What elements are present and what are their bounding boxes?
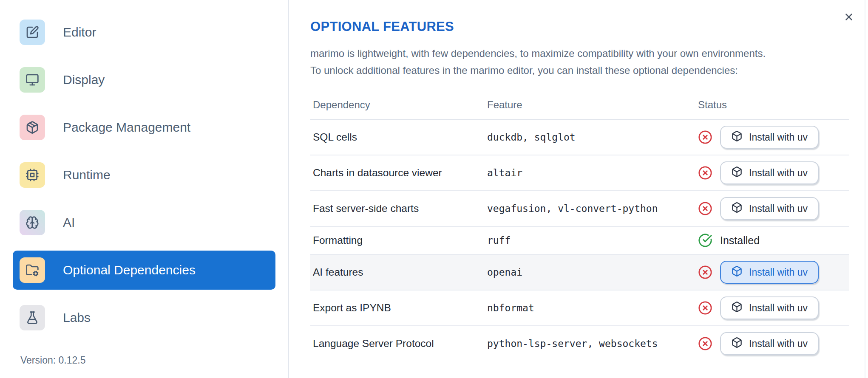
sidebar-item-optional-dependencies[interactable]: Optional Dependencies — [13, 251, 275, 290]
cpu-icon — [20, 162, 45, 188]
table-header: Dependency Feature Status — [310, 91, 849, 120]
sidebar-nav: Editor Display Package Management Runtim… — [13, 13, 275, 337]
install-with-uv-button[interactable]: Install with uv — [720, 296, 819, 319]
panel-right-edge — [865, 0, 865, 378]
table-row: Charts in datasource viewer altair Insta… — [310, 155, 849, 191]
feature-cell: duckdb, sqlglot — [487, 132, 698, 143]
sidebar-item-editor[interactable]: Editor — [13, 13, 275, 52]
feature-cell: ruff — [487, 235, 698, 246]
brain-icon — [20, 210, 45, 235]
sidebar-item-ai[interactable]: AI — [13, 203, 275, 242]
install-with-uv-button[interactable]: Install with uv — [720, 126, 819, 149]
feature-cell: nbformat — [487, 302, 698, 313]
table-row: AI features openai Install with uv — [310, 255, 849, 291]
sidebar-item-package-management[interactable]: Package Management — [13, 108, 275, 147]
square-pen-icon — [20, 20, 45, 45]
dependency-cell: Charts in datasource viewer — [313, 167, 487, 179]
install-with-uv-button[interactable]: Install with uv — [720, 261, 819, 284]
version-label: Version: 0.12.5 — [20, 355, 85, 366]
circle-x-icon — [698, 130, 712, 144]
dependency-cell: Export as IPYNB — [313, 302, 487, 314]
table-row: Export as IPYNB nbformat Install with uv — [310, 291, 849, 326]
circle-x-icon — [698, 166, 712, 180]
box-icon — [731, 265, 743, 279]
close-icon — [843, 17, 854, 24]
table-body: SQL cells duckdb, sqlglot Install with u… — [310, 120, 849, 361]
optional-features-panel: OPTIONAL FEATURES marimo is lightweight,… — [290, 0, 868, 378]
close-button[interactable] — [842, 11, 855, 24]
column-header-feature: Feature — [487, 99, 698, 111]
description: marimo is lightweight, with few dependen… — [310, 45, 849, 79]
install-with-uv-button[interactable]: Install with uv — [720, 197, 819, 220]
install-with-uv-button[interactable]: Install with uv — [720, 161, 819, 184]
package-icon — [20, 115, 45, 140]
sidebar-item-runtime[interactable]: Runtime — [13, 155, 275, 195]
monitor-icon — [20, 67, 45, 93]
description-line-1: marimo is lightweight, with few dependen… — [310, 48, 766, 59]
installed-label: Installed — [720, 234, 760, 247]
circle-x-icon — [698, 265, 712, 279]
column-header-dependency: Dependency — [313, 99, 487, 111]
dependency-cell: Formatting — [313, 234, 487, 246]
circle-x-icon — [698, 336, 712, 351]
status-cell: Install with uv — [698, 197, 849, 220]
feature-cell: altair — [487, 167, 698, 178]
dependency-cell: SQL cells — [313, 131, 487, 143]
table-row: SQL cells duckdb, sqlglot Install with u… — [310, 120, 849, 155]
settings-sidebar: Editor Display Package Management Runtim… — [0, 0, 289, 378]
install-with-uv-button[interactable]: Install with uv — [720, 332, 819, 355]
folder-cog-icon — [20, 257, 45, 283]
table-row: Language Server Protocol python-lsp-serv… — [310, 326, 849, 361]
box-icon — [731, 130, 743, 144]
flask-icon — [20, 305, 45, 330]
dependency-cell: Language Server Protocol — [313, 338, 487, 350]
description-line-2: To unlock additional features in the mar… — [310, 65, 738, 76]
dependency-cell: Fast server-side charts — [313, 203, 487, 214]
status-cell: Installed — [698, 233, 849, 248]
box-icon — [731, 166, 743, 180]
feature-cell: python-lsp-server, websockets — [487, 338, 698, 349]
sidebar-item-labs[interactable]: Labs — [13, 298, 275, 337]
box-icon — [731, 202, 743, 216]
circle-x-icon — [698, 301, 712, 315]
status-cell: Install with uv — [698, 126, 849, 149]
status-cell: Install with uv — [698, 296, 849, 319]
circle-x-icon — [698, 201, 712, 216]
page-title: OPTIONAL FEATURES — [310, 19, 849, 35]
sidebar-item-display[interactable]: Display — [13, 60, 275, 99]
box-icon — [731, 301, 743, 315]
circle-check-icon — [698, 233, 712, 248]
feature-cell: vegafusion, vl-convert-python — [487, 203, 698, 214]
feature-cell: openai — [487, 267, 698, 278]
table-row: Fast server-side charts vegafusion, vl-c… — [310, 191, 849, 227]
dependency-cell: AI features — [313, 266, 487, 278]
status-cell: Install with uv — [698, 332, 849, 355]
status-cell: Install with uv — [698, 161, 849, 184]
table-row: Formatting ruff Installed — [310, 227, 849, 255]
column-header-status: Status — [698, 99, 849, 111]
box-icon — [731, 337, 743, 351]
settings-dialog: Editor Display Package Management Runtim… — [0, 0, 868, 378]
status-cell: Install with uv — [698, 261, 849, 284]
dependencies-table: Dependency Feature Status SQL cells duck… — [310, 91, 849, 361]
